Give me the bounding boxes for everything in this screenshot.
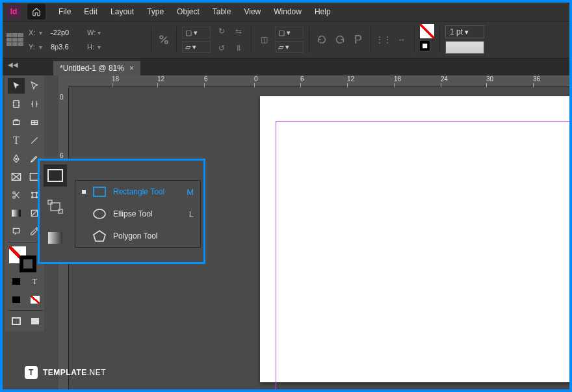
scale-percent-icon[interactable] — [157, 33, 171, 47]
ruler-origin[interactable] — [58, 75, 69, 87]
stroke-style-preview[interactable] — [445, 41, 484, 54]
ruler-tick: 12 — [347, 75, 354, 83]
ruler-tick: 6 — [300, 75, 304, 83]
align-icon[interactable]: ↔ — [395, 33, 409, 47]
svg-rect-24 — [48, 200, 52, 204]
flyout-item-ellipse[interactable]: Ellipse ToolL — [75, 203, 200, 225]
svg-point-11 — [32, 192, 33, 194]
divider — [309, 27, 309, 53]
ruler-horizontal[interactable]: 18126061218243036 — [69, 75, 569, 87]
home-button[interactable] — [27, 4, 46, 20]
rotate-ccw-icon[interactable]: ↺ — [214, 41, 229, 55]
w-stepper[interactable]: ▾ — [98, 29, 107, 36]
w-value[interactable] — [108, 28, 138, 37]
menu-type[interactable]: Type — [140, 3, 170, 21]
shear-dropdown[interactable]: ▱ ▾ — [182, 41, 211, 53]
menu-window[interactable]: Window — [267, 3, 308, 21]
type-tool[interactable]: T — [8, 133, 25, 148]
ruler-tick: 36 — [533, 75, 540, 83]
wh-fields: W: ▾ H: ▾ — [87, 27, 138, 53]
close-icon[interactable]: × — [129, 64, 134, 73]
flyout-item-polygon[interactable]: Polygon Tool — [75, 225, 200, 247]
y-stepper[interactable]: ▾ — [39, 44, 48, 51]
svg-rect-3 — [13, 121, 19, 125]
document-tab[interactable]: *Untitled-1 @ 81% × — [53, 61, 140, 75]
stroke-weight-field[interactable]: 1 pt ▾ — [445, 25, 484, 38]
ruler-tick: 12 — [157, 75, 164, 83]
stroke-swatch[interactable] — [420, 41, 430, 51]
rotate-dropdown[interactable]: ▢ ▾ — [182, 27, 211, 38]
ellipse-icon — [92, 208, 107, 220]
scissors-tool[interactable] — [8, 187, 25, 203]
content-placer-tool[interactable] — [26, 114, 43, 130]
rotate-90-icon[interactable] — [333, 33, 347, 47]
svg-rect-25 — [58, 209, 62, 213]
fit-dropdown-2[interactable]: ▱ ▾ — [275, 41, 304, 53]
ruler-tick: 0 — [254, 75, 258, 83]
svg-point-1 — [165, 41, 168, 44]
pen-tool[interactable] — [8, 151, 25, 166]
paragraph-icon[interactable]: P — [351, 33, 365, 47]
flip-v-icon[interactable]: ⥮ — [231, 41, 246, 55]
gradient-swatch-tool[interactable] — [8, 205, 25, 221]
divider — [370, 27, 371, 53]
app-badge: Id — [6, 5, 21, 19]
menu-file[interactable]: File — [52, 3, 77, 21]
ruler-tick: 18 — [394, 75, 401, 83]
svg-rect-21 — [31, 318, 39, 324]
menu-help[interactable]: Help — [308, 3, 337, 21]
svg-point-13 — [32, 197, 33, 198]
menubar: Id File Edit Layout Type Object Table Vi… — [3, 3, 569, 21]
x-value[interactable]: -22p0 — [49, 28, 79, 37]
content-collector-tool[interactable] — [8, 114, 25, 130]
apply-none[interactable] — [27, 292, 43, 307]
svg-rect-19 — [12, 296, 20, 303]
fill-swatch[interactable] — [420, 24, 434, 38]
container-select-icon[interactable]: ◫ — [257, 33, 271, 47]
rotate-cw-icon[interactable]: ↻ — [214, 24, 229, 38]
h-stepper[interactable]: ▾ — [98, 44, 107, 51]
view-mode-preview[interactable] — [27, 313, 43, 329]
flyout-transform-tool-icon[interactable] — [44, 196, 67, 218]
stroke-color[interactable] — [20, 255, 36, 272]
flyout-rectangle-tool-icon[interactable] — [44, 164, 67, 187]
apply-solid-color[interactable] — [8, 292, 24, 307]
formatting-text-button[interactable]: T — [27, 274, 43, 289]
menu-edit[interactable]: Edit — [77, 3, 104, 21]
apply-color-button[interactable] — [8, 274, 24, 289]
flip-h-icon[interactable]: ⇋ — [231, 24, 246, 38]
flyout-item-rect[interactable]: Rectangle ToolM — [75, 181, 200, 203]
view-mode-normal[interactable] — [8, 313, 24, 329]
rect-icon — [92, 186, 107, 198]
direct-selection-tool[interactable] — [26, 78, 43, 94]
menu-object[interactable]: Object — [170, 3, 206, 21]
svg-marker-29 — [94, 231, 105, 241]
distribute-icon[interactable]: ⋮⋮ — [376, 33, 391, 47]
menu-view[interactable]: View — [237, 3, 267, 21]
ruler-tick: 30 — [486, 75, 493, 83]
flyout-gradient-icon[interactable] — [44, 227, 67, 249]
menu-layout[interactable]: Layout — [104, 3, 140, 21]
divider — [414, 27, 415, 53]
gap-tool[interactable] — [26, 96, 43, 112]
workspace: 18126061218243036 06 T — [3, 75, 569, 389]
divider — [176, 27, 177, 53]
y-value[interactable]: 8p3.6 — [49, 42, 79, 51]
x-stepper[interactable]: ▾ — [39, 29, 48, 36]
rectangle-frame-tool[interactable] — [8, 169, 25, 185]
h-value[interactable] — [108, 42, 138, 51]
svg-point-28 — [94, 209, 105, 218]
h-label: H: — [87, 43, 96, 51]
svg-rect-20 — [12, 318, 20, 324]
line-tool[interactable] — [26, 133, 43, 148]
fit-dropdown-1[interactable]: ▢ ▾ — [275, 27, 304, 38]
menu-table[interactable]: Table — [206, 3, 238, 21]
panel-collapse-icon[interactable]: ◀◀ — [8, 61, 18, 68]
note-tool[interactable] — [8, 224, 25, 239]
app-window: Id File Edit Layout Type Object Table Vi… — [3, 3, 569, 389]
reference-point-grid[interactable] — [6, 33, 23, 46]
svg-rect-26 — [48, 232, 62, 244]
selection-tool[interactable] — [8, 78, 25, 94]
page-tool[interactable] — [8, 96, 25, 112]
transform-again-icon[interactable] — [315, 33, 329, 47]
